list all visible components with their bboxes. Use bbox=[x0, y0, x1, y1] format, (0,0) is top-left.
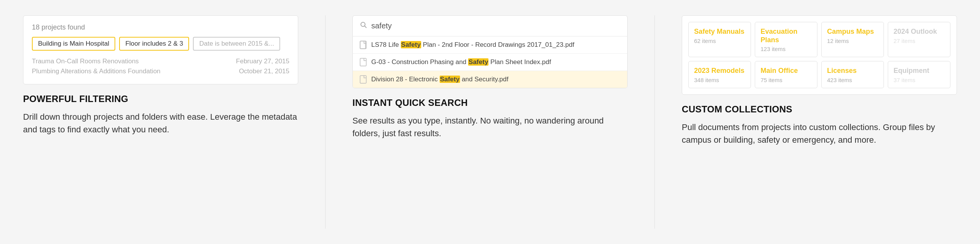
collection-card-2023-remodels[interactable]: 2023 Remodels 348 items bbox=[688, 61, 751, 88]
highlight-safety-1: Safety bbox=[401, 41, 421, 48]
collection-count: 123 items bbox=[761, 46, 812, 52]
panel-desc-search: See results as you type, instantly. No w… bbox=[352, 114, 628, 140]
table-row: Plumbing Alterations & Additions Foundat… bbox=[32, 68, 289, 75]
project-name: Trauma On-Call Rooms Renovations bbox=[32, 58, 139, 65]
file-icon bbox=[360, 75, 367, 84]
svg-rect-5 bbox=[360, 76, 366, 83]
collection-name: Campus Maps bbox=[827, 28, 878, 36]
search-result-2: G-03 - Construction Phasing and Safety P… bbox=[353, 54, 627, 71]
table-row: Trauma On-Call Rooms Renovations Februar… bbox=[32, 58, 289, 65]
collection-name: Main Office bbox=[761, 67, 812, 75]
filter-tag-building[interactable]: Building is Main Hospital bbox=[32, 37, 115, 51]
projects-found-label: 18 projects found bbox=[32, 23, 289, 31]
collection-name: Evacuation Plans bbox=[761, 28, 812, 44]
search-results: LS78 Life Safety Plan - 2nd Floor - Reco… bbox=[353, 36, 627, 88]
collection-card-2024-outlook[interactable]: 2024 Outlook 27 items bbox=[888, 22, 950, 57]
project-date: October 21, 2015 bbox=[239, 68, 289, 75]
panel-title-filtering: POWERFUL FILTERING bbox=[23, 94, 298, 104]
result-text-3: Division 28 - Electronic Safety and Secu… bbox=[371, 75, 508, 84]
project-date: February 27, 2015 bbox=[236, 58, 289, 65]
page-wrapper: 18 projects found Building is Main Hospi… bbox=[0, 0, 980, 244]
highlight-safety-3: Safety bbox=[440, 76, 460, 83]
collection-count: 62 items bbox=[694, 38, 745, 44]
collection-card-evacuation-plans[interactable]: Evacuation Plans 123 items bbox=[755, 22, 817, 57]
svg-rect-2 bbox=[360, 41, 365, 49]
collection-name: 2023 Remodels bbox=[694, 67, 745, 75]
panel-desc-filtering: Drill down through projects and folders … bbox=[23, 110, 298, 136]
filter-preview: 18 projects found Building is Main Hospi… bbox=[23, 15, 298, 84]
panel-filtering: 18 projects found Building is Main Hospi… bbox=[23, 15, 298, 229]
collection-name: Equipment bbox=[894, 67, 945, 75]
filter-tag-floor[interactable]: Floor includes 2 & 3 bbox=[119, 37, 189, 51]
panel-search: safety LS78 Life Safety Plan - 2nd Floor… bbox=[352, 15, 628, 229]
filter-tag-date[interactable]: Date is between 2015 &... bbox=[193, 37, 280, 51]
file-icon bbox=[360, 41, 367, 49]
collection-card-safety-manuals[interactable]: Safety Manuals 62 items bbox=[688, 22, 751, 57]
project-list: Trauma On-Call Rooms Renovations Februar… bbox=[32, 58, 289, 75]
collection-card-equipment[interactable]: Equipment 37 items bbox=[888, 61, 950, 88]
panel-title-search: INSTANT QUICK SEARCH bbox=[352, 97, 628, 108]
search-icon bbox=[360, 21, 367, 31]
divider-2 bbox=[654, 15, 655, 229]
collection-count: 27 items bbox=[894, 38, 945, 44]
filter-tags: Building is Main Hospital Floor includes… bbox=[32, 37, 289, 51]
panel-title-collections: CUSTOM COLLECTIONS bbox=[682, 104, 957, 115]
collection-card-main-office[interactable]: Main Office 75 items bbox=[755, 61, 817, 88]
collection-count: 75 items bbox=[761, 77, 812, 83]
file-icon bbox=[360, 58, 367, 66]
divider-1 bbox=[325, 15, 326, 229]
svg-rect-4 bbox=[360, 58, 366, 66]
project-name: Plumbing Alterations & Additions Foundat… bbox=[32, 68, 161, 75]
collection-count: 37 items bbox=[894, 77, 945, 83]
collection-card-campus-maps[interactable]: Campus Maps 12 items bbox=[821, 22, 884, 57]
search-result-1: LS78 Life Safety Plan - 2nd Floor - Reco… bbox=[353, 36, 627, 54]
search-bar: safety bbox=[353, 16, 627, 36]
search-value: safety bbox=[371, 21, 392, 30]
collection-name: Safety Manuals bbox=[694, 28, 745, 36]
panel-desc-collections: Pull documents from projects into custom… bbox=[682, 121, 957, 146]
collection-card-licenses[interactable]: Licenses 423 items bbox=[821, 61, 884, 88]
search-result-3: Division 28 - Electronic Safety and Secu… bbox=[353, 71, 627, 88]
svg-line-1 bbox=[365, 26, 367, 28]
collection-count: 423 items bbox=[827, 77, 878, 83]
collection-name: Licenses bbox=[827, 67, 878, 75]
collection-count: 348 items bbox=[694, 77, 745, 83]
highlight-safety-2: Safety bbox=[468, 58, 488, 66]
search-preview: safety LS78 Life Safety Plan - 2nd Floor… bbox=[352, 15, 628, 88]
collection-count: 12 items bbox=[827, 38, 878, 44]
panel-collections: Safety Manuals 62 items Evacuation Plans… bbox=[682, 15, 957, 229]
result-text-1: LS78 Life Safety Plan - 2nd Floor - Reco… bbox=[371, 41, 574, 49]
collection-name: 2024 Outlook bbox=[894, 28, 945, 36]
collections-preview: Safety Manuals 62 items Evacuation Plans… bbox=[682, 15, 957, 95]
result-text-2: G-03 - Construction Phasing and Safety P… bbox=[371, 58, 551, 66]
